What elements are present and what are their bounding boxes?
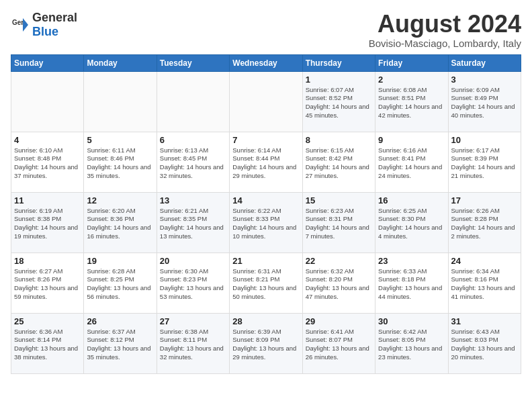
calendar-day-cell: 10Sunrise: 6:17 AM Sunset: 8:39 PM Dayli…	[448, 132, 521, 192]
day-detail: Sunrise: 6:34 AM Sunset: 8:16 PM Dayligh…	[451, 267, 518, 302]
weekday-header-cell: Saturday	[448, 54, 521, 71]
day-number: 23	[378, 256, 445, 266]
logo: Gen General Blue	[11, 11, 77, 39]
calendar-day-cell: 5Sunrise: 6:11 AM Sunset: 8:46 PM Daylig…	[84, 132, 157, 192]
calendar-day-cell: 30Sunrise: 6:42 AM Sunset: 8:05 PM Dayli…	[375, 313, 448, 373]
day-detail: Sunrise: 6:31 AM Sunset: 8:21 PM Dayligh…	[232, 267, 299, 302]
calendar-day-cell: 29Sunrise: 6:41 AM Sunset: 8:07 PM Dayli…	[302, 313, 375, 373]
day-number: 30	[378, 316, 445, 326]
calendar-day-cell: 28Sunrise: 6:39 AM Sunset: 8:09 PM Dayli…	[230, 313, 302, 373]
day-detail: Sunrise: 6:17 AM Sunset: 8:39 PM Dayligh…	[451, 146, 518, 181]
calendar-day-cell: 13Sunrise: 6:21 AM Sunset: 8:35 PM Dayli…	[157, 192, 229, 253]
calendar-day-cell: 23Sunrise: 6:33 AM Sunset: 8:18 PM Dayli…	[375, 253, 448, 313]
logo-text-general: General	[32, 11, 77, 24]
day-number: 4	[14, 135, 81, 145]
calendar-day-cell: 7Sunrise: 6:14 AM Sunset: 8:44 PM Daylig…	[230, 132, 302, 192]
day-detail: Sunrise: 6:07 AM Sunset: 8:52 PM Dayligh…	[306, 86, 372, 120]
day-detail: Sunrise: 6:19 AM Sunset: 8:38 PM Dayligh…	[14, 207, 81, 241]
day-detail: Sunrise: 6:42 AM Sunset: 8:05 PM Dayligh…	[378, 328, 445, 362]
day-number: 16	[378, 195, 445, 205]
day-detail: Sunrise: 6:08 AM Sunset: 8:51 PM Dayligh…	[378, 86, 445, 120]
day-number: 31	[451, 316, 518, 326]
day-detail: Sunrise: 6:37 AM Sunset: 8:12 PM Dayligh…	[87, 328, 153, 362]
day-number: 8	[306, 135, 372, 145]
weekday-header-cell: Wednesday	[230, 54, 302, 71]
day-number: 15	[306, 195, 372, 205]
calendar-day-cell: 6Sunrise: 6:13 AM Sunset: 8:45 PM Daylig…	[157, 132, 229, 192]
day-detail: Sunrise: 6:14 AM Sunset: 8:44 PM Dayligh…	[232, 146, 299, 181]
day-detail: Sunrise: 6:39 AM Sunset: 8:09 PM Dayligh…	[232, 328, 299, 362]
day-number: 21	[232, 256, 299, 266]
page-header: Gen General Blue August 2024 Bovisio-Mas…	[11, 11, 521, 49]
day-detail: Sunrise: 6:43 AM Sunset: 8:03 PM Dayligh…	[451, 328, 518, 362]
logo-text-blue: Blue	[32, 25, 58, 38]
calendar-day-cell: 4Sunrise: 6:10 AM Sunset: 8:48 PM Daylig…	[11, 132, 84, 192]
calendar-week-row: 18Sunrise: 6:27 AM Sunset: 8:26 PM Dayli…	[11, 253, 521, 313]
day-number: 17	[451, 195, 518, 205]
day-detail: Sunrise: 6:11 AM Sunset: 8:46 PM Dayligh…	[87, 146, 153, 181]
day-number: 5	[87, 135, 153, 145]
day-number: 9	[378, 135, 445, 145]
weekday-header-cell: Tuesday	[157, 54, 229, 71]
day-number: 19	[87, 256, 153, 266]
calendar-day-cell: 19Sunrise: 6:28 AM Sunset: 8:25 PM Dayli…	[84, 253, 157, 313]
month-title: August 2024	[369, 11, 521, 38]
calendar-day-cell: 21Sunrise: 6:31 AM Sunset: 8:21 PM Dayli…	[230, 253, 302, 313]
calendar-day-cell: 18Sunrise: 6:27 AM Sunset: 8:26 PM Dayli…	[11, 253, 84, 313]
calendar-day-cell: 2Sunrise: 6:08 AM Sunset: 8:51 PM Daylig…	[375, 71, 448, 132]
day-number: 29	[306, 316, 372, 326]
day-detail: Sunrise: 6:36 AM Sunset: 8:14 PM Dayligh…	[14, 328, 81, 362]
day-detail: Sunrise: 6:33 AM Sunset: 8:18 PM Dayligh…	[378, 267, 445, 302]
day-detail: Sunrise: 6:25 AM Sunset: 8:30 PM Dayligh…	[378, 207, 445, 241]
day-number: 10	[451, 135, 518, 145]
calendar-day-cell: 8Sunrise: 6:15 AM Sunset: 8:42 PM Daylig…	[302, 132, 375, 192]
day-number: 14	[232, 195, 299, 205]
day-detail: Sunrise: 6:15 AM Sunset: 8:42 PM Dayligh…	[306, 146, 372, 181]
day-detail: Sunrise: 6:38 AM Sunset: 8:11 PM Dayligh…	[160, 328, 226, 362]
day-number: 12	[87, 195, 153, 205]
calendar-day-cell	[11, 71, 84, 132]
calendar-day-cell: 1Sunrise: 6:07 AM Sunset: 8:52 PM Daylig…	[302, 71, 375, 132]
day-detail: Sunrise: 6:28 AM Sunset: 8:25 PM Dayligh…	[87, 267, 153, 302]
calendar-week-row: 1Sunrise: 6:07 AM Sunset: 8:52 PM Daylig…	[11, 71, 521, 132]
day-number: 27	[160, 316, 226, 326]
calendar-day-cell	[157, 71, 229, 132]
calendar-day-cell: 20Sunrise: 6:30 AM Sunset: 8:23 PM Dayli…	[157, 253, 229, 313]
calendar-day-cell: 22Sunrise: 6:32 AM Sunset: 8:20 PM Dayli…	[302, 253, 375, 313]
calendar-body: 1Sunrise: 6:07 AM Sunset: 8:52 PM Daylig…	[11, 71, 521, 373]
weekday-header-row: SundayMondayTuesdayWednesdayThursdayFrid…	[11, 54, 521, 71]
day-detail: Sunrise: 6:30 AM Sunset: 8:23 PM Dayligh…	[160, 267, 226, 302]
day-number: 25	[14, 316, 81, 326]
logo-icon: Gen	[11, 15, 30, 34]
calendar-week-row: 11Sunrise: 6:19 AM Sunset: 8:38 PM Dayli…	[11, 192, 521, 253]
weekday-header-cell: Thursday	[302, 54, 375, 71]
day-number: 18	[14, 256, 81, 266]
day-number: 26	[87, 316, 153, 326]
calendar-day-cell: 9Sunrise: 6:16 AM Sunset: 8:41 PM Daylig…	[375, 132, 448, 192]
calendar-day-cell: 15Sunrise: 6:23 AM Sunset: 8:31 PM Dayli…	[302, 192, 375, 253]
day-number: 6	[160, 135, 226, 145]
day-detail: Sunrise: 6:09 AM Sunset: 8:49 PM Dayligh…	[451, 86, 518, 120]
calendar-table: SundayMondayTuesdayWednesdayThursdayFrid…	[11, 54, 521, 374]
day-number: 13	[160, 195, 226, 205]
day-detail: Sunrise: 6:41 AM Sunset: 8:07 PM Dayligh…	[306, 328, 372, 362]
day-number: 1	[306, 75, 372, 85]
calendar-day-cell: 16Sunrise: 6:25 AM Sunset: 8:30 PM Dayli…	[375, 192, 448, 253]
svg-marker-1	[23, 18, 28, 32]
calendar-week-row: 4Sunrise: 6:10 AM Sunset: 8:48 PM Daylig…	[11, 132, 521, 192]
calendar-day-cell	[84, 71, 157, 132]
location-subtitle: Bovisio-Masciago, Lombardy, Italy	[369, 38, 521, 49]
day-detail: Sunrise: 6:27 AM Sunset: 8:26 PM Dayligh…	[14, 267, 81, 302]
day-number: 24	[451, 256, 518, 266]
calendar-day-cell: 12Sunrise: 6:20 AM Sunset: 8:36 PM Dayli…	[84, 192, 157, 253]
day-number: 11	[14, 195, 81, 205]
calendar-day-cell	[230, 71, 302, 132]
calendar-week-row: 25Sunrise: 6:36 AM Sunset: 8:14 PM Dayli…	[11, 313, 521, 373]
weekday-header-cell: Monday	[84, 54, 157, 71]
day-detail: Sunrise: 6:20 AM Sunset: 8:36 PM Dayligh…	[87, 207, 153, 241]
day-detail: Sunrise: 6:23 AM Sunset: 8:31 PM Dayligh…	[306, 207, 372, 241]
day-detail: Sunrise: 6:32 AM Sunset: 8:20 PM Dayligh…	[306, 267, 372, 302]
day-detail: Sunrise: 6:26 AM Sunset: 8:28 PM Dayligh…	[451, 207, 518, 241]
calendar-day-cell: 26Sunrise: 6:37 AM Sunset: 8:12 PM Dayli…	[84, 313, 157, 373]
calendar-day-cell: 17Sunrise: 6:26 AM Sunset: 8:28 PM Dayli…	[448, 192, 521, 253]
